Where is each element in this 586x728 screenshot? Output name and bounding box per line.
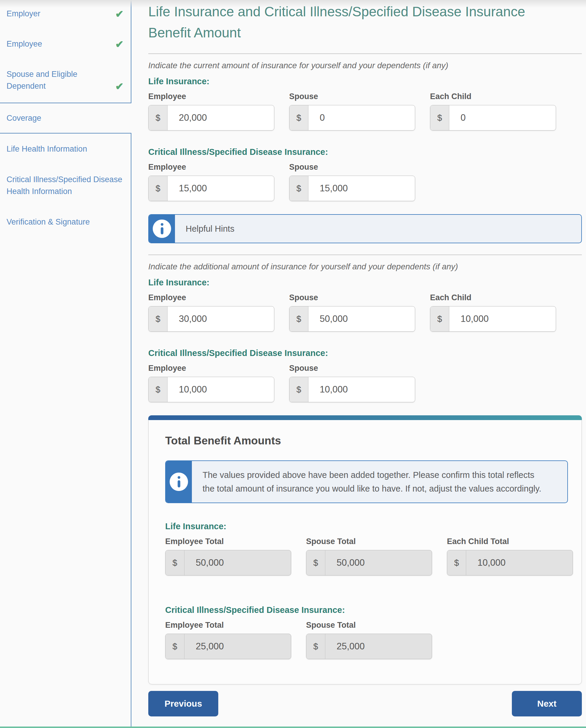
totals-ci-fields-row: Employee Total $ Spouse Total $ (165, 620, 568, 659)
currency-input-group-disabled: $ (306, 634, 432, 659)
currency-input-group: $ (289, 306, 415, 332)
currency-input-group: $ (289, 377, 415, 402)
field-label: Employee Total (165, 536, 291, 546)
info-strip (166, 461, 192, 502)
totals-life-heading: Life Insurance: (165, 520, 568, 532)
field-label: Each Child (430, 292, 556, 303)
dollar-prefix: $ (149, 377, 167, 402)
field-current-ci-spouse: Spouse $ (289, 162, 415, 201)
totals-info-text: The values provided above have been adde… (203, 468, 547, 495)
card-body: Total Benefit Amounts The values provide… (149, 420, 582, 684)
completed-steps-group: Employer ✔ Employee ✔ Spouse and Eligibl… (0, 0, 131, 103)
totals-life-fields-row: Employee Total $ Spouse Total $ Each Chi… (165, 536, 568, 575)
field-label: Employee Total (165, 620, 291, 630)
currency-input-group: $ (289, 105, 415, 131)
total-life-employee-input (184, 550, 291, 575)
additional-ci-heading: Critical Illness/Specified Disease Insur… (148, 347, 582, 359)
dollar-prefix: $ (149, 176, 167, 201)
field-current-life-child: Each Child $ (430, 92, 556, 131)
currency-input-group: $ (148, 176, 274, 201)
current-ci-spouse-input[interactable] (309, 176, 415, 201)
totals-info-text-wrap: The values provided above have been adde… (192, 461, 556, 502)
dollar-prefix: $ (149, 105, 167, 130)
field-total-ci-spouse: Spouse Total $ (306, 620, 432, 659)
field-label: Each Child Total (447, 536, 573, 546)
sidebar-item-label: Coverage (6, 113, 41, 123)
current-amount-instruction: Indicate the current amount of insurance… (148, 60, 582, 71)
field-label: Spouse Total (306, 620, 432, 630)
field-label: Spouse (289, 363, 415, 373)
page-title: Life Insurance and Critical Illness/Spec… (148, 1, 546, 43)
field-additional-ci-employee: Employee $ (148, 363, 274, 402)
currency-input-group: $ (148, 377, 274, 402)
field-current-life-spouse: Spouse $ (289, 92, 415, 131)
wizard-buttons-row: Previous Next (148, 691, 582, 720)
check-icon: ✔ (115, 38, 126, 50)
dollar-prefix: $ (307, 634, 325, 659)
currency-input-group-disabled: $ (165, 550, 291, 575)
total-life-spouse-input (325, 550, 432, 575)
helpful-hints-bar[interactable]: Helpful Hints (148, 214, 582, 243)
helpful-hints-label: Helpful Hints (175, 215, 243, 243)
additional-ci-spouse-input[interactable] (309, 377, 415, 402)
sidebar-item-label: Employee (6, 38, 42, 50)
dollar-prefix: $ (289, 176, 309, 201)
next-button[interactable]: Next (512, 691, 582, 717)
dollar-prefix: $ (307, 550, 325, 575)
totals-title: Total Benefit Amounts (165, 433, 568, 448)
dollar-prefix: $ (430, 105, 449, 130)
current-life-child-input[interactable] (449, 105, 556, 130)
sidebar-item-employee[interactable]: Employee ✔ (0, 38, 131, 50)
current-ci-employee-input[interactable] (167, 176, 274, 201)
previous-button[interactable]: Previous (148, 691, 218, 717)
field-additional-life-employee: Employee $ (148, 292, 274, 332)
dollar-prefix: $ (149, 307, 167, 331)
additional-life-child-input[interactable] (449, 307, 556, 331)
totals-ci-heading: Critical Illness/Specified Disease Insur… (165, 604, 568, 616)
field-label: Spouse (289, 292, 415, 303)
sidebar-item-coverage-active[interactable]: Coverage (0, 103, 131, 133)
check-icon: ✔ (115, 8, 126, 20)
additional-life-spouse-input[interactable] (309, 307, 415, 331)
field-current-ci-employee: Employee $ (148, 162, 274, 201)
sidebar-item-spouse-dependent[interactable]: Spouse and Eligible Dependent ✔ (0, 68, 131, 92)
total-life-child-input (466, 550, 572, 575)
dollar-prefix: $ (447, 550, 466, 575)
coverage-form-content: Life Insurance and Critical Illness/Spec… (148, 0, 582, 720)
sidebar-item-employer[interactable]: Employer ✔ (0, 8, 131, 20)
totals-info-box: The values provided above have been adde… (165, 461, 568, 503)
currency-input-group: $ (148, 306, 274, 332)
dollar-prefix: $ (289, 377, 309, 402)
sidebar-item-label: Employer (6, 8, 40, 20)
divider (148, 255, 582, 255)
sidebar-item-life-health-information[interactable]: Life Health Information (0, 143, 131, 155)
sidebar-item-ci-health-information[interactable]: Critical Illness/Specified Disease Healt… (0, 174, 131, 197)
additional-ci-fields-row: Employee $ Spouse $ (148, 363, 582, 402)
upcoming-steps-group: Life Health Information Critical Illness… (0, 133, 131, 728)
current-life-spouse-input[interactable] (309, 105, 415, 130)
currency-input-group-disabled: $ (165, 634, 291, 659)
field-label: Employee (148, 363, 274, 373)
current-life-fields-row: Employee $ Spouse $ Each Child $ (148, 92, 582, 131)
current-life-employee-input[interactable] (167, 105, 274, 130)
check-icon: ✔ (115, 81, 126, 92)
field-total-ci-employee: Employee Total $ (165, 620, 291, 659)
field-additional-ci-spouse: Spouse $ (289, 363, 415, 402)
additional-life-employee-input[interactable] (167, 307, 274, 331)
field-label: Employee (148, 92, 274, 101)
field-total-life-spouse: Spouse Total $ (306, 536, 432, 575)
currency-input-group: $ (148, 105, 274, 131)
sidebar-item-label: Spouse and Eligible Dependent (6, 68, 99, 92)
field-label: Each Child (430, 92, 556, 101)
info-icon (170, 473, 188, 491)
field-current-life-employee: Employee $ (148, 92, 274, 131)
sidebar-item-verification-signature[interactable]: Verification & Signature (0, 216, 131, 228)
card-gradient-bar (148, 415, 582, 420)
additional-ci-employee-input[interactable] (167, 377, 274, 402)
additional-amount-instruction: Indicate the additional amount of insura… (148, 262, 582, 272)
current-life-insurance-heading: Life Insurance: (148, 75, 582, 87)
wizard-step-sidebar: Employer ✔ Employee ✔ Spouse and Eligibl… (0, 0, 131, 728)
field-label: Employee (148, 162, 274, 172)
dollar-prefix: $ (289, 307, 309, 331)
field-label: Spouse Total (306, 536, 432, 546)
